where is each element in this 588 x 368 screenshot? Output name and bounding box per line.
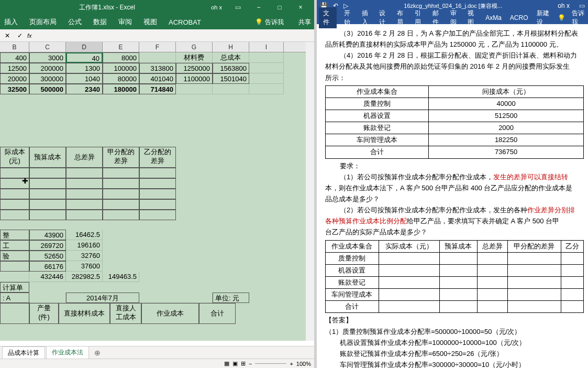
cell[interactable]: 材料费 <box>176 52 213 63</box>
cell[interactable]: 80000 <box>103 73 139 84</box>
cell[interactable] <box>103 178 139 189</box>
cell[interactable]: 际成本(元) <box>0 147 29 168</box>
ribbon-tab[interactable]: 布局 <box>396 8 407 28</box>
cell[interactable]: 40 <box>66 52 103 63</box>
cell[interactable] <box>249 63 284 73</box>
col-header[interactable]: C <box>29 42 66 52</box>
ribbon-tab[interactable]: 审阅 <box>117 15 133 29</box>
cell[interactable] <box>29 178 66 189</box>
ribbon-tab[interactable]: ACROBAT <box>168 16 202 28</box>
cell[interactable]: 313800 <box>139 63 176 73</box>
ribbon-tab[interactable]: 引用 <box>414 8 425 28</box>
close-icon[interactable]: × <box>290 0 311 15</box>
cell[interactable] <box>139 189 176 199</box>
cell[interactable]: 2014年7月 <box>66 293 139 303</box>
col-header[interactable]: D <box>66 42 103 52</box>
tell-me[interactable]: 💡 告诉我 <box>255 18 284 27</box>
cell[interactable]: 1300 <box>66 63 103 73</box>
ribbon-tab-file[interactable]: 文件 <box>319 7 337 28</box>
tell-me-icon[interactable]: 💡 <box>558 14 565 21</box>
cell[interactable]: 工 <box>0 240 29 251</box>
cell[interactable]: 714840 <box>139 84 176 94</box>
cell[interactable]: 20000 <box>0 73 29 84</box>
box-icon[interactable]: ▭ <box>227 0 248 15</box>
cell[interactable]: 3000 <box>29 52 66 63</box>
cell[interactable]: 37600 <box>66 261 103 272</box>
cell[interactable] <box>29 168 66 178</box>
cell[interactable] <box>0 189 29 199</box>
cell[interactable]: 2340 <box>66 84 103 94</box>
cell[interactable] <box>29 189 66 199</box>
cell[interactable] <box>0 210 29 220</box>
cell[interactable] <box>103 189 139 199</box>
view-break-icon[interactable]: ⊞ <box>241 360 246 367</box>
cell[interactable]: 432446 <box>29 272 66 282</box>
share-button[interactable]: 共享 <box>298 18 311 27</box>
cell[interactable]: 1100000 <box>176 73 213 84</box>
cell[interactable]: 16462.5 <box>66 230 103 240</box>
cell[interactable]: 甲分配的差异 <box>103 147 139 168</box>
col-header[interactable]: G <box>176 42 213 52</box>
cell[interactable]: 计算单 <box>0 282 29 293</box>
cell[interactable]: 400 <box>0 52 29 63</box>
cell[interactable]: 66176 <box>29 261 66 272</box>
cell[interactable]: 300000 <box>29 73 66 84</box>
cancel-icon[interactable]: ✕ <box>2 32 13 39</box>
cell[interactable]: 52650 <box>29 251 66 261</box>
cell[interactable] <box>0 303 29 324</box>
col-header[interactable]: H <box>213 42 249 52</box>
add-sheet-icon[interactable]: ⊕ <box>90 349 105 357</box>
view-normal-icon[interactable]: ▦ <box>224 360 229 367</box>
cell[interactable]: : A <box>0 293 29 303</box>
cell[interactable]: 200000 <box>29 63 66 73</box>
cell[interactable] <box>249 84 284 94</box>
ribbon-tab[interactable]: 视图 <box>467 8 478 28</box>
cell[interactable] <box>103 210 139 220</box>
ribbon-tab[interactable]: 页面布局 <box>28 15 58 29</box>
cell[interactable] <box>0 199 29 210</box>
ribbon-tab[interactable]: ACRO <box>509 13 529 23</box>
cell[interactable] <box>249 52 284 63</box>
cell[interactable]: 269720 <box>29 240 66 251</box>
cell[interactable]: 196160 <box>66 240 103 251</box>
zoom-control[interactable]: ▦ ▣ ⊞ −+ 100% <box>224 360 311 367</box>
cell[interactable] <box>139 52 176 63</box>
cell[interactable] <box>29 293 66 303</box>
ribbon-tab[interactable]: 视图 <box>142 15 158 29</box>
minimize-icon[interactable]: − <box>248 0 269 15</box>
cell[interactable]: 验 <box>0 251 29 261</box>
cell[interactable]: 1501040 <box>213 73 249 84</box>
ribbon-tab[interactable]: 数据 <box>92 15 108 29</box>
cell[interactable] <box>0 272 29 282</box>
sheet-tab[interactable]: 作业成本法 <box>46 346 89 360</box>
cell[interactable]: 总成本 <box>213 52 249 63</box>
col-header[interactable]: I <box>249 42 284 52</box>
box-icon[interactable]: ▭ <box>579 2 585 9</box>
ribbon-tab[interactable]: 公式 <box>67 15 83 29</box>
cell[interactable]: 合计 <box>199 303 236 324</box>
cell[interactable]: 180000 <box>103 84 139 94</box>
cell[interactable] <box>66 189 103 199</box>
cell[interactable]: 43900 <box>29 230 66 240</box>
cell[interactable] <box>139 210 176 220</box>
cell[interactable]: 整 <box>0 230 29 240</box>
cell[interactable] <box>66 199 103 210</box>
vertical-scrollbar[interactable] <box>306 42 314 341</box>
cell[interactable] <box>66 168 103 178</box>
cell[interactable]: 预算成本 <box>29 147 66 168</box>
col-header[interactable]: F <box>139 42 176 52</box>
sheet-tab[interactable]: 品成本计算 <box>2 347 45 359</box>
cell[interactable] <box>66 210 103 220</box>
cell[interactable]: 1563800 <box>213 63 249 73</box>
ribbon-tab[interactable]: 审阅 <box>449 8 461 28</box>
ribbon-tab[interactable]: AxMa <box>484 13 503 23</box>
cell[interactable] <box>139 168 176 178</box>
cell[interactable]: 8000 <box>103 52 139 63</box>
grid-area[interactable]: B C D E F G H I 400 3000 40 8000 材料费 总成本… <box>0 42 314 341</box>
cell[interactable] <box>139 178 176 189</box>
col-header[interactable]: B <box>0 42 29 52</box>
cell[interactable] <box>103 199 139 210</box>
cell[interactable]: 282982.5 <box>66 272 103 282</box>
ribbon-tab[interactable]: 设计 <box>378 8 390 28</box>
cell[interactable] <box>249 73 284 84</box>
